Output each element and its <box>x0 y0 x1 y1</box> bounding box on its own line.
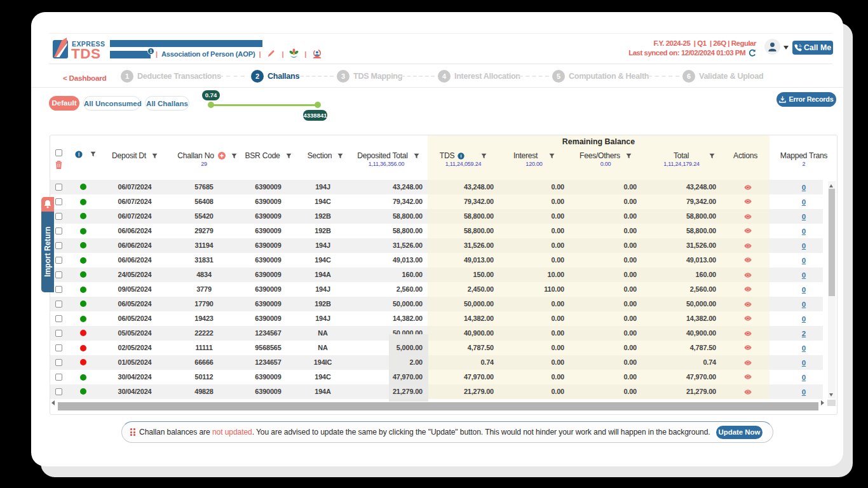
svg-text:!: ! <box>78 151 80 157</box>
svg-text:i: i <box>461 153 462 159</box>
